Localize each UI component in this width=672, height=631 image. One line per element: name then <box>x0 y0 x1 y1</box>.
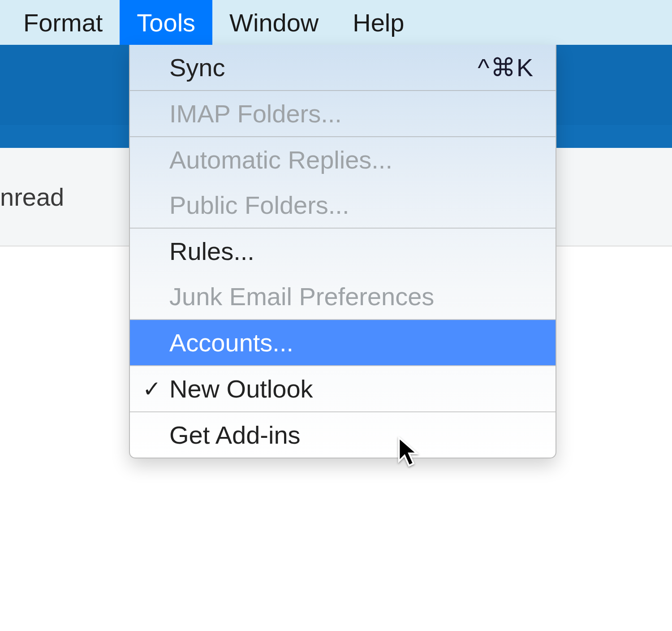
menu-section: IMAP Folders... <box>130 91 556 137</box>
menu-item-sync[interactable]: Sync ^⌘K <box>130 45 556 90</box>
menubar-item-label: Format <box>23 8 103 37</box>
app-window: Format Tools Window Help nread Sync ^⌘K <box>0 0 672 631</box>
menu-section: Get Add-ins <box>130 412 556 458</box>
menu-item-shortcut: ^⌘K <box>478 53 534 82</box>
menubar-item-label: Tools <box>137 8 195 37</box>
menu-item-label: Sync <box>169 53 225 82</box>
filter-tab-unread[interactable]: nread <box>0 182 64 212</box>
menu-item-label: Rules... <box>169 237 254 266</box>
menu-item-label: IMAP Folders... <box>169 99 342 128</box>
menu-item-label: Public Folders... <box>169 190 349 220</box>
menu-item-label: Get Add-ins <box>169 420 301 449</box>
menu-section: ✓ New Outlook <box>130 366 556 412</box>
menu-section: Rules... Junk Email Preferences <box>130 229 556 320</box>
menu-item-junk-email-preferences: Junk Email Preferences <box>130 274 556 319</box>
menubar-item-label: Window <box>229 8 319 37</box>
check-icon: ✓ <box>142 376 161 402</box>
menubar-item-format[interactable]: Format <box>6 0 120 45</box>
menu-section: Accounts... <box>130 320 556 366</box>
menu-item-accounts[interactable]: Accounts... <box>130 320 556 365</box>
menu-item-new-outlook[interactable]: ✓ New Outlook <box>130 366 556 411</box>
menubar-item-help[interactable]: Help <box>336 0 421 45</box>
menubar: Format Tools Window Help <box>0 0 672 45</box>
menu-section: Sync ^⌘K <box>130 45 556 91</box>
menu-section: Automatic Replies... Public Folders... <box>130 137 556 229</box>
menu-item-public-folders: Public Folders... <box>130 182 556 228</box>
menubar-item-label: Help <box>353 8 404 37</box>
menu-item-rules[interactable]: Rules... <box>130 229 556 274</box>
menu-item-label: Automatic Replies... <box>169 145 392 174</box>
menu-item-label: New Outlook <box>169 374 313 403</box>
tools-dropdown: Sync ^⌘K IMAP Folders... Automatic Repli… <box>129 45 556 458</box>
menu-item-imap-folders: IMAP Folders... <box>130 91 556 136</box>
menu-item-label: Accounts... <box>169 328 293 357</box>
menu-item-get-add-ins[interactable]: Get Add-ins <box>130 412 556 458</box>
menubar-item-window[interactable]: Window <box>212 0 336 45</box>
menu-item-label: Junk Email Preferences <box>169 282 434 311</box>
menubar-item-tools[interactable]: Tools <box>120 0 212 45</box>
menu-item-automatic-replies: Automatic Replies... <box>130 137 556 182</box>
